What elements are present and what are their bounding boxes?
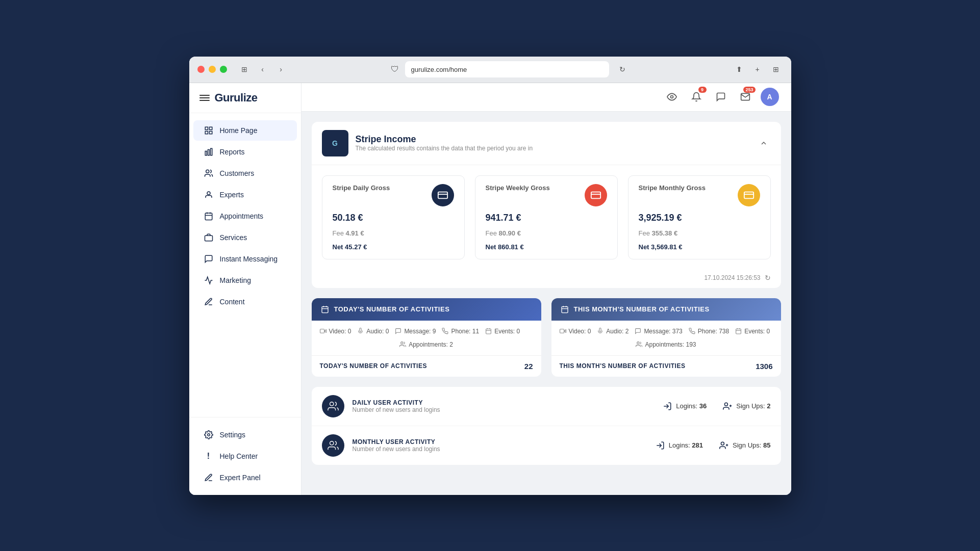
monthly-gross-amount: 3,925.19 €	[639, 213, 760, 223]
monthly-signups-label: Sign Ups: 85	[733, 441, 770, 449]
maximize-button[interactable]	[220, 66, 227, 73]
month-events-icon	[735, 328, 742, 334]
sidebar-item-settings[interactable]: Settings	[193, 425, 297, 445]
marketing-icon	[204, 275, 214, 285]
daily-gross-net: Net 45.27 €	[333, 243, 454, 251]
svg-marker-37	[564, 330, 566, 332]
sidebar-item-help[interactable]: ! Help Center	[193, 446, 297, 466]
sidebar-item-home[interactable]: Home Page	[193, 120, 297, 141]
hamburger-icon[interactable]	[199, 93, 210, 103]
today-events-stat: Events: 0	[485, 328, 520, 335]
sidebar-item-customers[interactable]: Customers	[193, 163, 297, 183]
minimize-button[interactable]	[209, 66, 216, 73]
reports-icon	[204, 147, 214, 157]
logins-icon	[663, 402, 672, 411]
svg-point-7	[206, 170, 209, 173]
daily-user-activity-stats: Logins: 36 Sign Ups: 2	[663, 402, 770, 411]
bell-badge: 9	[698, 87, 707, 93]
url-input[interactable]	[405, 61, 609, 77]
daily-logins-label: Logins: 36	[676, 402, 707, 410]
refresh-icon[interactable]: ↻	[765, 274, 771, 282]
close-button[interactable]	[197, 66, 205, 73]
month-phone-icon	[689, 328, 695, 334]
browser-actions: ⬆ + ⊞	[732, 62, 783, 76]
today-activity-header: TODAY'S NUMBER OF ACTIVITIES	[312, 298, 541, 321]
monthly-user-activity-icon	[322, 434, 344, 457]
back-button[interactable]: ‹	[256, 62, 270, 76]
sidebar-item-appointments[interactable]: Appointments	[193, 206, 297, 226]
sidebar-label-services: Services	[220, 233, 247, 242]
month-activity-title: THIS MONTH'S NUMBER OF ACTIVITIES	[574, 305, 710, 313]
sidebar-item-expert-panel[interactable]: Expert Panel	[193, 467, 297, 488]
month-video-icon	[560, 328, 566, 334]
chat-icon-button[interactable]	[712, 88, 730, 106]
activities-section: TODAY'S NUMBER OF ACTIVITIES Video: 0 Au…	[312, 298, 781, 377]
sidebar-nav: Home Page Reports Customers	[189, 113, 301, 417]
sidebar-item-messaging[interactable]: Instant Messaging	[193, 249, 297, 269]
svg-rect-6	[210, 148, 212, 155]
svg-rect-9	[205, 213, 212, 220]
forward-button[interactable]: ›	[274, 62, 288, 76]
sidebar-label-content: Content	[220, 298, 245, 306]
browser-controls: ⊞ ‹ ›	[237, 62, 288, 76]
monthly-gross-icon	[738, 184, 760, 206]
monthly-user-activity-subtitle: Number of new users and logins	[353, 445, 647, 453]
daily-gross-fee: Fee 4.91 €	[333, 229, 454, 237]
monthly-signups-icon	[719, 441, 728, 450]
activity-today-icon	[321, 305, 329, 313]
daily-logins-stat: Logins: 36	[663, 402, 707, 411]
month-total-value: 1306	[756, 362, 772, 371]
collapse-button[interactable]	[757, 136, 771, 150]
topbar-actions: 9 253 A	[663, 88, 779, 106]
svg-marker-26	[324, 330, 326, 332]
svg-rect-38	[560, 329, 564, 333]
new-tab-button[interactable]: +	[750, 62, 765, 76]
svg-rect-16	[438, 192, 447, 198]
appointments-icon	[399, 341, 406, 348]
share-button[interactable]: ⬆	[732, 62, 746, 76]
sidebar-item-content[interactable]: Content	[193, 292, 297, 312]
stripe-brand: G Stripe Income The calculated results c…	[322, 130, 533, 156]
main-content: G Stripe Income The calculated results c…	[301, 112, 791, 495]
bell-icon-button[interactable]: 9	[687, 88, 706, 106]
today-message-stat: Message: 9	[395, 328, 436, 335]
reload-button[interactable]: ↻	[615, 62, 630, 76]
avatar[interactable]: A	[761, 88, 779, 106]
sidebar-label-home: Home Page	[220, 126, 258, 135]
svg-point-43	[637, 342, 639, 344]
services-icon	[204, 232, 214, 243]
stripe-income-header: G Stripe Income The calculated results c…	[312, 122, 781, 165]
sidebar-item-services[interactable]: Services	[193, 227, 297, 248]
messages-icon-button[interactable]: 253	[736, 88, 755, 106]
message-icon	[395, 328, 401, 334]
stripe-income-body: Stripe Daily Gross 50.18 € Fee 4.91 € Ne…	[312, 165, 781, 270]
stripe-income-subtitle: The calculated results contains the data…	[356, 145, 533, 152]
month-appointments-icon	[636, 341, 642, 348]
stripe-brand-text: Stripe Income The calculated results con…	[356, 134, 533, 152]
audio-icon	[357, 328, 364, 334]
today-appointments-stat: Appointments: 2	[399, 341, 453, 348]
sidebar-item-marketing[interactable]: Marketing	[193, 270, 297, 291]
sidebar-toggle-button[interactable]: ⊞	[237, 62, 252, 76]
monthly-logins-label: Logins: 281	[669, 441, 703, 449]
svg-point-51	[721, 442, 724, 445]
sidebar-item-experts[interactable]: Experts	[193, 185, 297, 205]
traffic-lights	[197, 66, 227, 73]
browser-window: ⊞ ‹ › 🛡 ↻ ⬆ + ⊞ Gurulize	[189, 57, 791, 495]
stripe-income-title: Stripe Income	[356, 134, 533, 145]
svg-point-8	[207, 192, 210, 195]
monthly-signups-stat: Sign Ups: 85	[719, 441, 770, 450]
month-activity-header: THIS MONTH'S NUMBER OF ACTIVITIES	[551, 298, 781, 321]
eye-icon-button[interactable]	[663, 88, 681, 106]
svg-rect-4	[205, 151, 207, 155]
month-activity-stats: Video: 0 Audio: 2 Message: 373	[551, 321, 781, 356]
svg-rect-0	[205, 127, 208, 129]
grid-button[interactable]: ⊞	[769, 62, 783, 76]
right-area: 9 253 A	[301, 83, 791, 495]
sidebar-label-customers: Customers	[220, 169, 255, 177]
stripe-logo: G	[322, 130, 348, 156]
daily-gross-amount: 50.18 €	[333, 213, 454, 223]
sidebar: Gurulize Home Page Reports	[189, 83, 301, 495]
sidebar-item-reports[interactable]: Reports	[193, 142, 297, 162]
weekly-gross-card: Stripe Weekly Gross 941.71 € Fee 80.90 €	[475, 175, 618, 259]
